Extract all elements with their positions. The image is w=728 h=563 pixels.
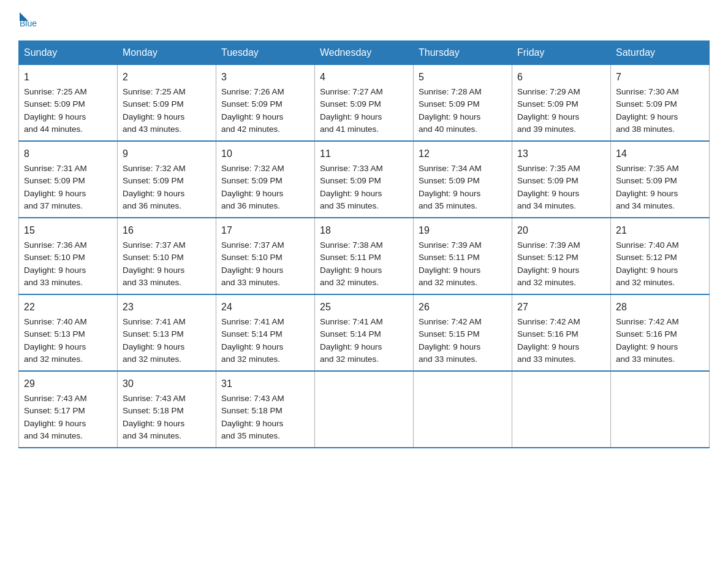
day-number: 6 xyxy=(517,70,605,85)
daylight-text: Daylight: 9 hoursand 39 minutes. xyxy=(517,112,579,134)
sunset-text: Sunset: 5:15 PM xyxy=(419,329,480,339)
daylight-text: Daylight: 9 hoursand 35 minutes. xyxy=(419,189,480,210)
day-number: 1 xyxy=(24,70,112,85)
day-number: 20 xyxy=(517,223,605,238)
sunset-text: Sunset: 5:17 PM xyxy=(24,406,85,415)
daylight-text: Daylight: 9 hoursand 33 minutes. xyxy=(517,342,579,364)
calendar-cell: 24Sunrise: 7:41 AMSunset: 5:14 PMDayligh… xyxy=(216,294,315,371)
daylight-text: Daylight: 9 hoursand 33 minutes. xyxy=(221,266,283,287)
day-number: 4 xyxy=(320,70,408,85)
sunset-text: Sunset: 5:09 PM xyxy=(517,99,578,109)
header-wednesday: Wednesday xyxy=(315,41,414,65)
sunrise-text: Sunrise: 7:34 AM xyxy=(419,164,482,173)
calendar-cell: 15Sunrise: 7:36 AMSunset: 5:10 PMDayligh… xyxy=(19,218,118,294)
calendar-cell: 30Sunrise: 7:43 AMSunset: 5:18 PMDayligh… xyxy=(118,371,216,448)
sunrise-text: Sunrise: 7:39 AM xyxy=(419,240,482,250)
sunset-text: Sunset: 5:18 PM xyxy=(221,406,282,415)
calendar-cell: 7Sunrise: 7:30 AMSunset: 5:09 PMDaylight… xyxy=(611,65,710,142)
sunrise-text: Sunrise: 7:28 AM xyxy=(419,87,482,96)
sunrise-text: Sunrise: 7:41 AM xyxy=(320,317,383,326)
daylight-text: Daylight: 9 hoursand 41 minutes. xyxy=(320,112,382,134)
sunrise-text: Sunrise: 7:32 AM xyxy=(123,164,186,173)
day-number: 27 xyxy=(517,300,605,315)
calendar-cell: 13Sunrise: 7:35 AMSunset: 5:09 PMDayligh… xyxy=(512,141,611,218)
sunrise-text: Sunrise: 7:43 AM xyxy=(24,394,87,403)
sunset-text: Sunset: 5:09 PM xyxy=(24,176,85,185)
sunrise-text: Sunrise: 7:41 AM xyxy=(221,317,284,326)
calendar-table: SundayMondayTuesdayWednesdayThursdayFrid… xyxy=(18,40,710,448)
day-number: 18 xyxy=(320,223,408,238)
calendar-cell: 16Sunrise: 7:37 AMSunset: 5:10 PMDayligh… xyxy=(118,218,216,294)
sunrise-text: Sunrise: 7:31 AM xyxy=(24,164,87,173)
calendar-cell: 27Sunrise: 7:42 AMSunset: 5:16 PMDayligh… xyxy=(512,294,611,371)
day-number: 14 xyxy=(616,147,704,161)
week-row-3: 15Sunrise: 7:36 AMSunset: 5:10 PMDayligh… xyxy=(19,218,710,294)
calendar-cell: 8Sunrise: 7:31 AMSunset: 5:09 PMDaylight… xyxy=(19,141,118,218)
day-number: 24 xyxy=(221,300,309,315)
daylight-text: Daylight: 9 hoursand 43 minutes. xyxy=(123,112,184,134)
calendar-header-row: SundayMondayTuesdayWednesdayThursdayFrid… xyxy=(19,41,710,65)
sunset-text: Sunset: 5:09 PM xyxy=(419,176,480,185)
day-number: 30 xyxy=(123,377,211,391)
sunset-text: Sunset: 5:16 PM xyxy=(517,329,578,339)
daylight-text: Daylight: 9 hoursand 32 minutes. xyxy=(616,266,678,287)
calendar-cell: 31Sunrise: 7:43 AMSunset: 5:18 PMDayligh… xyxy=(216,371,315,448)
daylight-text: Daylight: 9 hoursand 32 minutes. xyxy=(517,266,579,287)
daylight-text: Daylight: 9 hoursand 35 minutes. xyxy=(221,419,283,440)
header-sunday: Sunday xyxy=(19,41,118,65)
sunset-text: Sunset: 5:09 PM xyxy=(320,176,381,185)
daylight-text: Daylight: 9 hoursand 32 minutes. xyxy=(221,342,283,364)
daylight-text: Daylight: 9 hoursand 37 minutes. xyxy=(24,189,86,210)
day-number: 22 xyxy=(24,300,112,315)
sunrise-text: Sunrise: 7:39 AM xyxy=(517,240,580,250)
sunrise-text: Sunrise: 7:38 AM xyxy=(320,240,383,250)
calendar-cell: 10Sunrise: 7:32 AMSunset: 5:09 PMDayligh… xyxy=(216,141,315,218)
day-number: 7 xyxy=(616,70,704,85)
calendar-cell: 12Sunrise: 7:34 AMSunset: 5:09 PMDayligh… xyxy=(414,141,512,218)
calendar-cell: 17Sunrise: 7:37 AMSunset: 5:10 PMDayligh… xyxy=(216,218,315,294)
day-number: 9 xyxy=(123,147,211,161)
calendar-cell: 28Sunrise: 7:42 AMSunset: 5:16 PMDayligh… xyxy=(611,294,710,371)
logo: Blue xyxy=(18,12,37,28)
calendar-cell: 19Sunrise: 7:39 AMSunset: 5:11 PMDayligh… xyxy=(414,218,512,294)
day-number: 5 xyxy=(419,70,507,85)
sunrise-text: Sunrise: 7:42 AM xyxy=(419,317,482,326)
daylight-text: Daylight: 9 hoursand 34 minutes. xyxy=(616,189,678,210)
daylight-text: Daylight: 9 hoursand 44 minutes. xyxy=(24,112,86,134)
sunrise-text: Sunrise: 7:43 AM xyxy=(221,394,284,403)
sunrise-text: Sunrise: 7:35 AM xyxy=(517,164,580,173)
day-number: 11 xyxy=(320,147,408,161)
daylight-text: Daylight: 9 hoursand 34 minutes. xyxy=(24,419,86,440)
sunset-text: Sunset: 5:09 PM xyxy=(123,176,184,185)
sunset-text: Sunset: 5:10 PM xyxy=(123,253,184,262)
sunset-text: Sunset: 5:13 PM xyxy=(123,329,184,339)
day-number: 26 xyxy=(419,300,507,315)
sunset-text: Sunset: 5:13 PM xyxy=(24,329,85,339)
sunset-text: Sunset: 5:09 PM xyxy=(320,99,381,109)
sunrise-text: Sunrise: 7:37 AM xyxy=(221,240,284,250)
calendar-cell: 23Sunrise: 7:41 AMSunset: 5:13 PMDayligh… xyxy=(118,294,216,371)
calendar-cell: 29Sunrise: 7:43 AMSunset: 5:17 PMDayligh… xyxy=(19,371,118,448)
calendar-cell: 4Sunrise: 7:27 AMSunset: 5:09 PMDaylight… xyxy=(315,65,414,142)
sunset-text: Sunset: 5:14 PM xyxy=(221,329,282,339)
sunset-text: Sunset: 5:09 PM xyxy=(221,176,282,185)
day-number: 28 xyxy=(616,300,704,315)
header-thursday: Thursday xyxy=(414,41,512,65)
sunset-text: Sunset: 5:09 PM xyxy=(24,99,85,109)
sunset-text: Sunset: 5:18 PM xyxy=(123,406,184,415)
sunset-text: Sunset: 5:09 PM xyxy=(517,176,578,185)
sunset-text: Sunset: 5:09 PM xyxy=(221,99,282,109)
day-number: 19 xyxy=(419,223,507,238)
calendar-cell: 26Sunrise: 7:42 AMSunset: 5:15 PMDayligh… xyxy=(414,294,512,371)
day-number: 31 xyxy=(221,377,309,391)
sunrise-text: Sunrise: 7:41 AM xyxy=(123,317,186,326)
sunset-text: Sunset: 5:10 PM xyxy=(24,253,85,262)
calendar-cell: 21Sunrise: 7:40 AMSunset: 5:12 PMDayligh… xyxy=(611,218,710,294)
week-row-1: 1Sunrise: 7:25 AMSunset: 5:09 PMDaylight… xyxy=(19,65,710,142)
week-row-5: 29Sunrise: 7:43 AMSunset: 5:17 PMDayligh… xyxy=(19,371,710,448)
calendar-cell: 18Sunrise: 7:38 AMSunset: 5:11 PMDayligh… xyxy=(315,218,414,294)
calendar-cell: 6Sunrise: 7:29 AMSunset: 5:09 PMDaylight… xyxy=(512,65,611,142)
sunrise-text: Sunrise: 7:36 AM xyxy=(24,240,87,250)
calendar-cell: 1Sunrise: 7:25 AMSunset: 5:09 PMDaylight… xyxy=(19,65,118,142)
sunrise-text: Sunrise: 7:40 AM xyxy=(24,317,87,326)
